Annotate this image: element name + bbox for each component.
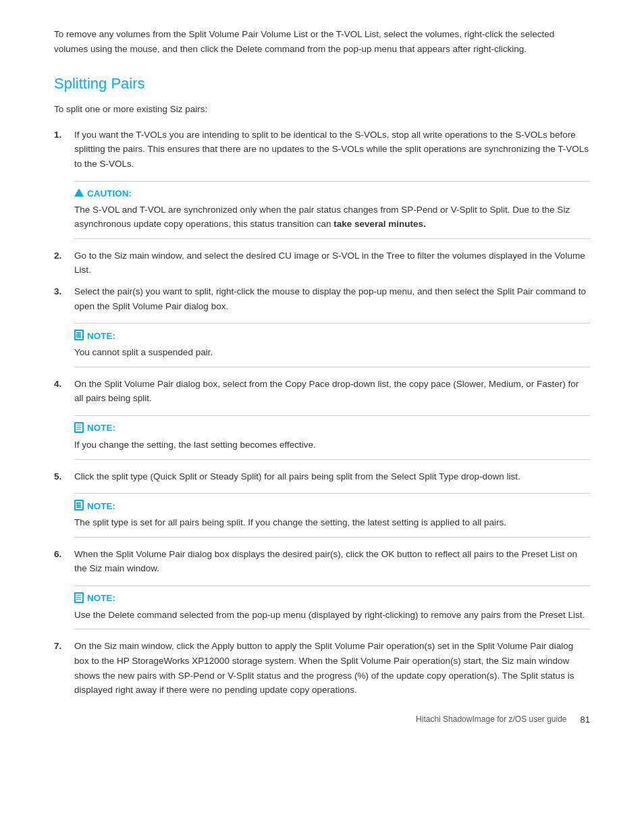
note-label-4: NOTE: [87,593,115,603]
caution-body: The S-VOL and T-VOL are synchronized onl… [74,203,590,232]
list-item: 1. If you want the T-VOLs you are intend… [54,128,590,172]
caution-label: CAUTION: [87,188,132,199]
list-item: 4. On the Split Volume Pair dialog box, … [54,377,590,406]
step-text: If you want the T-VOLs you are intending… [74,128,590,172]
note-header-3: NOTE: [74,500,590,511]
list-item: 3. Select the pair(s) you want to split,… [54,284,590,313]
note-label-1: NOTE: [87,331,115,341]
note-box-3: NOTE: The split type is set for all pair… [74,493,590,538]
note-header-4: NOTE: [74,593,590,604]
caution-bold: take several minutes. [333,219,426,229]
note-body-2: If you change the setting, the last sett… [74,438,590,452]
note-doc-icon [74,422,84,433]
section-subtitle: To split one or more existing Siz pairs: [54,102,590,117]
step-number: 5. [54,469,74,484]
step-text: On the Split Volume Pair dialog box, sel… [74,377,590,406]
caution-box: CAUTION: The S-VOL and T-VOL are synchro… [74,181,590,239]
list-item: 5. Click the split type (Quick Split or … [54,469,590,484]
note-box-2: NOTE: If you change the setting, the las… [74,415,590,460]
list-item: 6. When the Split Volume Pair dialog box… [54,547,590,576]
step-text: Select the pair(s) you want to split, ri… [74,284,590,313]
note-body-1: You cannot split a suspended pair. [74,345,590,360]
page-container: To remove any volumes from the Split Vol… [0,0,644,745]
step-number: 4. [54,377,74,406]
step-number: 2. [54,249,74,278]
step-text: When the Split Volume Pair dialog box di… [74,547,590,576]
step-number: 1. [54,128,74,172]
note-body-3: The split type is set for all pairs bein… [74,515,590,530]
step-number: 3. [54,284,74,313]
note-doc-icon [74,592,84,603]
section-title: Splitting Pairs [54,75,590,93]
step-text: Go to the Siz main window, and select th… [74,249,590,278]
footer-page-number: 81 [581,714,590,725]
list-item: 7. On the Siz main window, click the App… [54,639,590,697]
intro-paragraph: To remove any volumes from the Split Vol… [54,27,590,56]
step-number: 7. [54,639,74,697]
page-footer: Hitachi ShadowImage for z/OS user guide … [416,714,590,725]
note-label-2: NOTE: [87,423,115,433]
note-header-2: NOTE: [74,423,590,434]
step-text: Click the split type (Quick Split or Ste… [74,469,590,484]
note-label-3: NOTE: [87,501,115,511]
note-box-1: NOTE: You cannot split a suspended pair. [74,323,590,367]
note-doc-icon [74,330,84,340]
note-doc-icon [74,500,84,511]
list-item: 2. Go to the Siz main window, and select… [54,249,590,278]
note-box-4: NOTE: Use the Delete command selected fr… [74,585,590,630]
step-number: 6. [54,547,74,576]
note-header-1: NOTE: [74,330,590,341]
caution-header: CAUTION: [74,188,590,199]
note-body-4: Use the Delete command selected from the… [74,608,590,623]
caution-triangle-icon [74,188,84,197]
steps-list: 1. If you want the T-VOLs you are intend… [54,128,590,698]
footer-text: Hitachi ShadowImage for z/OS user guide [416,714,566,724]
step-text: On the Siz main window, click the Apply … [74,639,590,697]
